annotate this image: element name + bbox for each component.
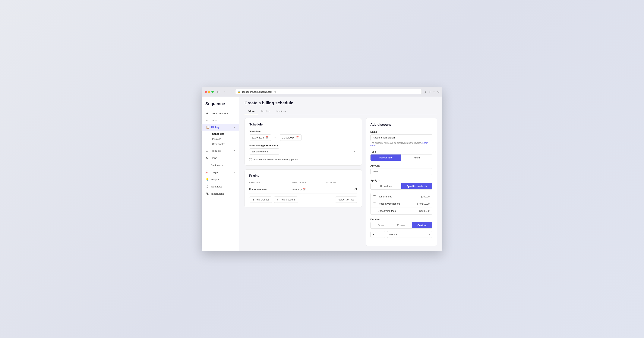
duration-group: Duration Once Forever Custom Days We bbox=[370, 218, 432, 238]
helper-text-content: The discount name will be displayed on t… bbox=[370, 142, 422, 144]
duration-once-button[interactable]: Once bbox=[370, 222, 391, 228]
address-bar[interactable]: 🔒 dashboard.sequencehq.com ↺ bbox=[235, 89, 422, 94]
main-panel: Schedule Start date 12/09/2024 📅 → bbox=[244, 114, 362, 246]
add-discount-button[interactable]: 🏷 Add discount bbox=[274, 197, 298, 203]
sidebar-item-label-usage: Usage bbox=[211, 171, 218, 174]
billing-subnav: Schedules Invoices Credit notes bbox=[202, 131, 239, 147]
product-price-onboarding-fees: $4990.00 bbox=[420, 210, 430, 212]
sidebar-nav: ⌂ Home 📋 Billing ▲ Schedules Invoices Cr… bbox=[202, 117, 239, 197]
tab-timeline[interactable]: Timeline bbox=[258, 108, 274, 114]
workflows-icon: ⬡ bbox=[206, 185, 209, 188]
sidebar-item-label-home: Home bbox=[211, 119, 218, 121]
share-icon[interactable]: ⬆ bbox=[429, 90, 431, 94]
product-item-account-verifications: Account Verifications From $0.20 bbox=[370, 200, 432, 208]
add-product-plus-icon: ⊕ bbox=[252, 198, 254, 201]
sidebar-item-plans[interactable]: ⚙ Plans bbox=[202, 154, 239, 161]
schedule-section-title: Schedule bbox=[249, 123, 357, 126]
content-area: Schedule Start date 12/09/2024 📅 → bbox=[239, 114, 442, 251]
pricing-table-header: PRODUCT FREQUENCY DISCOUNT bbox=[249, 181, 357, 185]
sidebar-item-integrations[interactable]: 🔌 Integrations bbox=[202, 190, 239, 197]
tab-invoices[interactable]: Invoices bbox=[274, 108, 289, 114]
add-discount-label: Add discount bbox=[280, 198, 295, 201]
create-schedule-icon: ⊕ bbox=[206, 112, 209, 115]
add-discount-tag-icon: 🏷 bbox=[277, 198, 280, 201]
sidebar-item-insights[interactable]: 💡 Insights bbox=[202, 176, 239, 183]
select-tax-rate-button[interactable]: Select tax rate bbox=[335, 197, 357, 203]
products-chevron-icon: ▼ bbox=[233, 149, 235, 152]
new-tab-icon[interactable]: + bbox=[433, 90, 435, 94]
col-discount: DISCOUNT bbox=[325, 181, 357, 184]
duration-number-input[interactable] bbox=[370, 231, 386, 238]
sidebar-item-label-insights: Insights bbox=[211, 178, 220, 181]
url-text: dashboard.sequencehq.com bbox=[242, 90, 272, 93]
type-percentage-button[interactable]: Percentage bbox=[370, 154, 401, 161]
product-price-platform-fees: $200.00 bbox=[421, 195, 430, 198]
sidebar-item-label-billing: Billing bbox=[211, 126, 219, 129]
discount-helper-text: The discount name will be displayed on t… bbox=[370, 142, 432, 147]
billing-period-select[interactable]: 1st of the month bbox=[249, 148, 279, 155]
sidebar-item-customers[interactable]: ☰ Customers bbox=[202, 162, 239, 168]
page-header: Create a billing schedule Editor Timelin… bbox=[239, 97, 442, 114]
close-button[interactable] bbox=[205, 91, 207, 93]
fullscreen-button[interactable] bbox=[212, 91, 214, 93]
discount-type-group: Type Percentage Fixed bbox=[370, 150, 432, 161]
start-date-calendar-icon: 📅 bbox=[266, 136, 268, 139]
sidebar-item-create-schedule[interactable]: ⊕ Create schedule bbox=[202, 110, 239, 117]
duration-forever-button[interactable]: Forever bbox=[391, 222, 412, 228]
type-toggle-group: Percentage Fixed bbox=[370, 154, 432, 161]
sidebar-sub-credit-notes[interactable]: Credit notes bbox=[211, 141, 239, 146]
sidebar-toggle-button[interactable]: ⊟ bbox=[216, 90, 220, 94]
product-checkbox-platform-fees[interactable] bbox=[373, 195, 376, 198]
discount-name-input[interactable] bbox=[370, 134, 432, 141]
pricing-card: Pricing PRODUCT FREQUENCY DISCOUNT Platf… bbox=[244, 170, 362, 208]
auto-send-label: Auto-send invoices for each billing peri… bbox=[253, 158, 298, 161]
download-icon[interactable]: ⬇ bbox=[424, 90, 426, 94]
col-frequency: FREQUENCY bbox=[292, 181, 325, 184]
forward-button[interactable]: → bbox=[228, 90, 233, 94]
sidebar-item-home[interactable]: ⌂ Home bbox=[202, 117, 239, 123]
pricing-table: PRODUCT FREQUENCY DISCOUNT Platform Acce… bbox=[249, 181, 357, 194]
browser-actions: ⬇ ⬆ + ⧉ bbox=[424, 90, 439, 94]
sidebar-item-products[interactable]: ⬡ Products ▼ bbox=[202, 147, 239, 154]
discount-amount-label: Amount bbox=[370, 164, 432, 167]
product-name-platform-fees: Platform fees bbox=[378, 195, 419, 198]
apply-to-label: Apply to bbox=[370, 179, 432, 182]
discount-amount-input[interactable] bbox=[370, 168, 432, 175]
sidebar-item-workflows[interactable]: ⬡ Workflows bbox=[202, 183, 239, 190]
auto-send-row: Auto-send invoices for each billing peri… bbox=[249, 158, 357, 161]
sidebar-item-usage[interactable]: 📈 Usage ▼ bbox=[202, 169, 239, 176]
auto-send-checkbox[interactable] bbox=[249, 158, 252, 161]
tab-editor[interactable]: Editor bbox=[244, 108, 258, 114]
sidebar-item-billing[interactable]: 📋 Billing ▲ bbox=[202, 124, 239, 130]
apply-to-group: Apply to All products Specific products … bbox=[370, 179, 432, 215]
sidebar: Sequence ⊕ Create schedule ⌂ Home 📋 Bill… bbox=[202, 97, 239, 251]
product-list: Platform fees $200.00 Account Verificati… bbox=[370, 193, 432, 215]
integrations-icon: 🔌 bbox=[206, 192, 209, 195]
sidebar-sub-schedules[interactable]: Schedules bbox=[211, 131, 239, 136]
sidebar-item-label-products: Products bbox=[211, 149, 220, 152]
minimize-button[interactable] bbox=[208, 91, 210, 93]
sidebar-sub-invoices[interactable]: Invoices bbox=[211, 136, 239, 141]
duration-custom-button[interactable]: Custom bbox=[412, 222, 432, 228]
traffic-lights bbox=[205, 91, 214, 93]
product-checkbox-account-verifications[interactable] bbox=[373, 203, 376, 205]
product-item-platform-fees: Platform fees $200.00 bbox=[370, 193, 432, 200]
reload-icon[interactable]: ↺ bbox=[274, 90, 276, 93]
back-button[interactable]: ← bbox=[223, 90, 228, 94]
product-checkbox-onboarding-fees[interactable] bbox=[373, 210, 376, 212]
usage-chevron-icon: ▼ bbox=[233, 171, 235, 173]
apply-specific-products-button[interactable]: Specific products bbox=[401, 183, 432, 189]
customers-icon: ☰ bbox=[206, 163, 209, 167]
start-date-input[interactable]: 12/09/2024 📅 bbox=[249, 134, 271, 141]
pricing-section-title: Pricing bbox=[249, 174, 357, 178]
copy-icon[interactable]: ⧉ bbox=[437, 90, 439, 94]
discount-name-group: Name The discount name will be displayed… bbox=[370, 130, 432, 147]
end-date-input[interactable]: 11/09/2024 📅 bbox=[280, 134, 302, 141]
apply-all-products-button[interactable]: All products bbox=[370, 183, 401, 189]
add-product-button[interactable]: ⊕ Add product bbox=[249, 197, 272, 203]
product-name-account-verifications: Account Verifications bbox=[378, 202, 415, 205]
type-fixed-button[interactable]: Fixed bbox=[401, 154, 432, 161]
duration-unit-select[interactable]: Days Weeks Months Years bbox=[387, 231, 432, 238]
product-name-onboarding-fees: Onboarding fees bbox=[378, 210, 418, 212]
sidebar-item-label-workflows: Workflows bbox=[211, 185, 222, 188]
